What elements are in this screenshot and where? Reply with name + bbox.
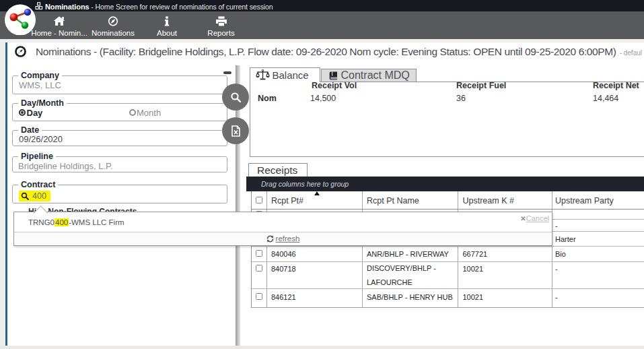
bottom-scroll-area[interactable]: [0, 346, 644, 349]
day-radio-label[interactable]: Day: [27, 108, 43, 118]
file-export-icon: [231, 125, 241, 137]
tab-contract-mdq-label: Contract MDQ: [341, 69, 410, 82]
tab-balance[interactable]: Balance: [250, 67, 320, 82]
suggestion-highlight: 400: [55, 218, 69, 226]
pipeline-field[interactable]: Pipeline Bridgeline Holdings, L.P.: [12, 156, 227, 173]
app-subtitle: - Home Screen for review of nominations …: [90, 3, 273, 11]
balance-nom-receipt-vol: 14,500: [310, 94, 336, 103]
date-label: Date: [18, 125, 42, 135]
col-upstream-k[interactable]: Upstream K #: [463, 196, 514, 205]
cell-upstream-k: 667721: [463, 250, 488, 258]
day-radio[interactable]: [19, 109, 26, 116]
collapse-panel-icon[interactable]: [223, 71, 231, 74]
day-month-label: Day/Month: [18, 98, 67, 108]
balance-col-receipt-net: Receipt Net: [593, 81, 639, 90]
tab-receipts-label: Receipts: [257, 164, 297, 177]
cell-rcpt-pt: 840046: [271, 250, 296, 258]
app-title: Nominations: [45, 3, 90, 11]
refresh-label: refresh: [276, 234, 300, 243]
pipeline-label: Pipeline: [18, 152, 56, 161]
balance-nom-receipt-net: 14,464: [593, 94, 618, 103]
search-icon: [21, 192, 29, 200]
cancel-button[interactable]: ✕Cancel: [520, 213, 549, 222]
balance-nom-receipt-fuel: 36: [456, 94, 466, 103]
autocomplete-suggestion[interactable]: TRNG0400-WMS LLC Firm: [28, 217, 124, 228]
export-file-fab-button[interactable]: [222, 117, 249, 144]
suggestion-prefix: TRNG0: [28, 218, 55, 226]
balance-col-receipt-vol: Receipt Vol: [312, 81, 357, 90]
app-window: Nominations - Home Screen for review of …: [0, 0, 644, 349]
group-drop-zone[interactable]: Drag columns here to group: [246, 177, 644, 192]
nominations-compass-icon: [15, 46, 26, 57]
refresh-button[interactable]: refresh: [266, 234, 300, 243]
table-bottom-border: [252, 307, 644, 308]
header-divider: [252, 209, 644, 210]
search-fab-button[interactable]: [222, 84, 249, 110]
pipeline-value: Bridgeline Holdings, L.P.: [18, 161, 113, 171]
search-icon: [230, 92, 242, 103]
col-rcpt-pt[interactable]: Rcpt Pt#: [271, 196, 303, 205]
refresh-icon: [266, 235, 274, 243]
contract-autocomplete-dropdown: ✕Cancel TRNG0400-WMS LLC Firm refresh: [13, 212, 552, 246]
cell-rcpt-pt-name: ANR/BHLP - RIVERWAY: [367, 250, 449, 258]
page-title-text: Nominations - (Facility: Bridgeline Hold…: [36, 46, 616, 57]
balance-col-receipt-fuel: Receipt Fuel: [456, 81, 506, 90]
main-toolbar: Home - Nomin... Nominations: [0, 11, 644, 39]
cell-upstream-k: 10021: [463, 293, 484, 301]
cell-rcpt-pt-name: SAB/BHLP - HENRY HUB: [367, 293, 453, 301]
cell-rcpt-pt: 840718: [271, 265, 296, 273]
row-checkbox[interactable]: [256, 293, 262, 300]
day-month-field: Day/Month Day Month: [12, 103, 227, 122]
cell-rcpt-pt: 846121: [271, 293, 296, 301]
cell-upstream-k: 10021: [463, 265, 484, 273]
company-label: Company: [18, 71, 62, 80]
day-radio-dot: [21, 111, 24, 114]
contract-field[interactable]: Contract 400: [12, 185, 227, 203]
col-upstream-party[interactable]: Upstream Party: [555, 196, 614, 205]
balance-panel: [250, 82, 644, 158]
row-divider: [252, 246, 644, 247]
printer-icon: [181, 16, 262, 26]
dropdown-footer: refresh: [14, 232, 552, 245]
col-rcpt-pt-name[interactable]: Rcpt Pt Name: [367, 196, 419, 205]
suggestion-suffix: -WMS LLC Firm: [69, 218, 124, 226]
cell-upstream-party: -: [555, 222, 558, 230]
dropdown-caret: [34, 205, 48, 214]
cell-upstream-party: Harter: [555, 235, 576, 243]
content-left-border: [5, 42, 7, 346]
cell-upstream-party: -: [555, 265, 558, 273]
app-logo: [5, 4, 36, 35]
window-title-bar: Nominations - Home Screen for review of …: [0, 0, 644, 11]
sort-asc-icon: [314, 191, 320, 195]
cubes-icon: [35, 2, 43, 10]
cell-rcpt-pt-name: DISCOVERY/BHLP - LAFOURCHE: [367, 261, 456, 290]
page-title-suffix: - defaul: [620, 49, 642, 57]
balance-row-label: Nom: [258, 94, 277, 103]
toolbar-item-label: Reports: [181, 29, 262, 37]
contract-search-highlight: 400: [19, 191, 50, 201]
cell-upstream-party: Bio: [555, 250, 566, 258]
date-value: 09/26/2020: [19, 134, 63, 144]
select-all-checkbox[interactable]: [256, 197, 262, 203]
month-radio-label[interactable]: Month: [137, 108, 161, 118]
row-checkbox[interactable]: [256, 250, 262, 257]
date-field[interactable]: Date 09/26/2020: [12, 130, 227, 147]
receipts-table: Rcpt Pt# Rcpt Pt Name Upstream K # Upstr…: [251, 191, 644, 308]
book-icon: [329, 71, 338, 80]
group-hint-text: Drag columns here to group: [261, 180, 349, 188]
contract-query[interactable]: 400: [32, 191, 46, 201]
row-checkbox[interactable]: [256, 265, 262, 272]
contract-label: Contract: [18, 180, 58, 189]
tab-balance-label: Balance: [273, 69, 309, 81]
cell-upstream-party: -: [555, 293, 558, 301]
close-icon: ✕: [520, 215, 526, 222]
toolbar-item-reports[interactable]: Reports: [181, 11, 262, 38]
cancel-label: Cancel: [526, 214, 549, 222]
scales-icon: [256, 69, 270, 80]
tab-receipts[interactable]: Receipts: [248, 163, 308, 177]
company-value: WMS, LLC: [19, 80, 61, 90]
tab-contract-mdq[interactable]: Contract MDQ: [321, 69, 417, 82]
company-field[interactable]: Company WMS, LLC: [12, 75, 227, 94]
month-radio[interactable]: [129, 109, 136, 116]
page-title: Nominations - (Facility: Bridgeline Hold…: [36, 45, 642, 58]
